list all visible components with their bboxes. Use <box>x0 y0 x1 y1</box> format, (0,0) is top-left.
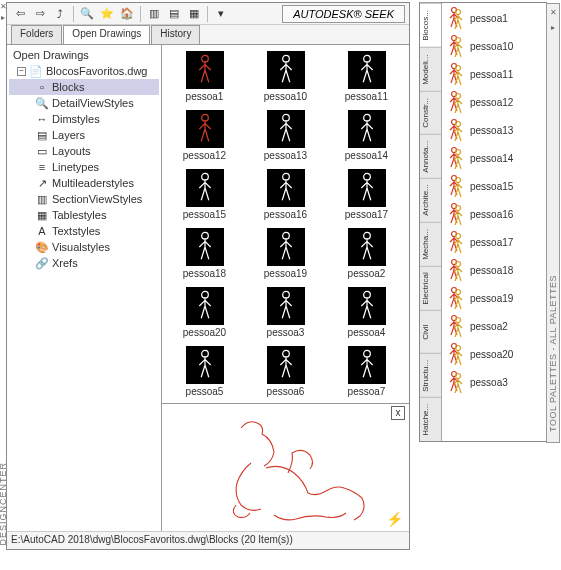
tp-item-pessoa15[interactable]: pessoa15 <box>443 172 545 200</box>
tree-node-multileaderstyles[interactable]: ↗Multileaderstyles <box>9 175 159 191</box>
svg-point-14 <box>363 291 370 298</box>
designcenter-panel: ⇦ ⇨ ⤴ 🔍 ⭐ 🏠 ▥ ▤ ▦ ▾ AUTODESK® SEEK Folde… <box>6 2 410 550</box>
tree-root[interactable]: Open Drawings <box>9 47 159 63</box>
tp-item-pessoa10[interactable]: pessoa10 <box>443 32 545 60</box>
close-icon[interactable]: ✕ <box>550 8 557 17</box>
tree-file-node[interactable]: − 📄 BlocosFavoritos.dwg <box>9 63 159 79</box>
tp-item-pessoa3[interactable]: pessoa3 <box>443 368 545 396</box>
svg-point-9 <box>201 232 208 239</box>
pin-icon[interactable]: ▸ <box>1 13 5 22</box>
svg-point-13 <box>282 291 289 298</box>
tp-item-pessoa17[interactable]: pessoa17 <box>443 228 545 256</box>
block-label: pessoa14 <box>345 150 388 161</box>
tp-thumb <box>446 174 466 198</box>
tp-item-pessoa2[interactable]: pessoa2 <box>443 312 545 340</box>
block-item-pessoa16[interactable]: pessoa16 <box>247 169 324 220</box>
tp-tab-7[interactable]: Civil <box>420 310 441 354</box>
views-icon[interactable]: ▾ <box>212 5 230 23</box>
autodesk-seek-button[interactable]: AUTODESK® SEEK <box>282 5 405 23</box>
preview-figure <box>196 413 376 523</box>
favorites-icon[interactable]: ⭐ <box>98 5 116 23</box>
tab-folders[interactable]: Folders <box>11 25 62 44</box>
tree-node-detailviewstyles[interactable]: 🔍DetailViewStyles <box>9 95 159 111</box>
tree-node-tablestyles[interactable]: ▦Tablestyles <box>9 207 159 223</box>
dc-tabs: Folders Open Drawings History <box>7 25 409 44</box>
tree-node-layouts[interactable]: ▭Layouts <box>9 143 159 159</box>
node-icon: ▥ <box>35 193 49 206</box>
tree-node-textstyles[interactable]: ATextstyles <box>9 223 159 239</box>
menu-icon[interactable]: ▸ <box>551 23 555 32</box>
tp-tab-5[interactable]: Mecha... <box>420 222 441 266</box>
tp-item-pessoa19[interactable]: pessoa19 <box>443 284 545 312</box>
block-thumb <box>186 110 224 148</box>
tp-tab-1[interactable]: Modeli... <box>420 47 441 91</box>
tp-label: pessoa13 <box>470 125 513 136</box>
block-item-pessoa5[interactable]: pessoa5 <box>166 346 243 397</box>
svg-point-12 <box>201 291 208 298</box>
block-item-pessoa3[interactable]: pessoa3 <box>247 287 324 338</box>
preview-close-button[interactable]: x <box>391 406 405 420</box>
tp-item-pessoa13[interactable]: pessoa13 <box>443 116 545 144</box>
block-item-pessoa1[interactable]: pessoa1 <box>166 51 243 102</box>
block-item-pessoa20[interactable]: pessoa20 <box>166 287 243 338</box>
block-item-pessoa7[interactable]: pessoa7 <box>328 346 405 397</box>
block-item-pessoa11[interactable]: pessoa11 <box>328 51 405 102</box>
collapse-icon[interactable]: − <box>17 67 26 76</box>
tp-tab-4[interactable]: Archite... <box>420 178 441 222</box>
block-item-pessoa14[interactable]: pessoa14 <box>328 110 405 161</box>
block-thumb <box>267 169 305 207</box>
svg-point-11 <box>363 232 370 239</box>
tp-tab-0[interactable]: Blocos... <box>420 3 441 47</box>
tp-tab-2[interactable]: Constr... <box>420 91 441 135</box>
tp-item-pessoa14[interactable]: pessoa14 <box>443 144 545 172</box>
tp-item-pessoa1[interactable]: pessoa1 <box>443 4 545 32</box>
block-item-pessoa18[interactable]: pessoa18 <box>166 228 243 279</box>
svg-point-6 <box>201 173 208 180</box>
preview-toggle-icon[interactable]: ▤ <box>165 5 183 23</box>
tp-item-pessoa12[interactable]: pessoa12 <box>443 88 545 116</box>
search-icon[interactable]: 🔍 <box>78 5 96 23</box>
tab-open-drawings[interactable]: Open Drawings <box>63 25 150 44</box>
tree-node-blocks[interactable]: ▫Blocks <box>9 79 159 95</box>
block-item-pessoa10[interactable]: pessoa10 <box>247 51 324 102</box>
tree-node-linetypes[interactable]: ≡Linetypes <box>9 159 159 175</box>
tp-item-pessoa11[interactable]: pessoa11 <box>443 60 545 88</box>
block-label: pessoa17 <box>345 209 388 220</box>
up-button[interactable]: ⤴ <box>51 5 69 23</box>
block-item-pessoa19[interactable]: pessoa19 <box>247 228 324 279</box>
tp-item-pessoa20[interactable]: pessoa20 <box>443 340 545 368</box>
block-item-pessoa17[interactable]: pessoa17 <box>328 169 405 220</box>
tp-thumb <box>446 230 466 254</box>
tree-node-visualstyles[interactable]: 🎨Visualstyles <box>9 239 159 255</box>
tp-item-pessoa16[interactable]: pessoa16 <box>443 200 545 228</box>
block-item-pessoa13[interactable]: pessoa13 <box>247 110 324 161</box>
node-icon: ▤ <box>35 129 49 142</box>
block-item-pessoa12[interactable]: pessoa12 <box>166 110 243 161</box>
tp-tab-6[interactable]: Electrical <box>420 266 441 310</box>
block-item-pessoa2[interactable]: pessoa2 <box>328 228 405 279</box>
block-item-pessoa15[interactable]: pessoa15 <box>166 169 243 220</box>
forward-button[interactable]: ⇨ <box>31 5 49 23</box>
load-icon[interactable]: ⚡ <box>386 511 403 527</box>
home-icon[interactable]: 🏠 <box>118 5 136 23</box>
node-icon: 🔍 <box>35 97 49 110</box>
tp-tab-3[interactable]: Annota... <box>420 134 441 178</box>
svg-point-3 <box>201 114 208 121</box>
back-button[interactable]: ⇦ <box>11 5 29 23</box>
tree-node-sectionviewstyles[interactable]: ▥SectionViewStyles <box>9 191 159 207</box>
description-toggle-icon[interactable]: ▦ <box>185 5 203 23</box>
tree-node-dimstyles[interactable]: ↔Dimstyles <box>9 111 159 127</box>
tp-thumb <box>446 62 466 86</box>
tp-tab-9[interactable]: Hatche... <box>420 397 441 441</box>
tab-history[interactable]: History <box>151 25 200 44</box>
tree-node-xrefs[interactable]: 🔗Xrefs <box>9 255 159 271</box>
block-item-pessoa4[interactable]: pessoa4 <box>328 287 405 338</box>
tree-toggle-icon[interactable]: ▥ <box>145 5 163 23</box>
tp-tab-8[interactable]: Structu... <box>420 353 441 397</box>
block-thumb <box>348 110 386 148</box>
tp-tabs: Blocos...Modeli...Constr...Annota...Arch… <box>420 3 442 441</box>
tree-node-layers[interactable]: ▤Layers <box>9 127 159 143</box>
block-item-pessoa6[interactable]: pessoa6 <box>247 346 324 397</box>
tp-item-pessoa18[interactable]: pessoa18 <box>443 256 545 284</box>
tp-label: pessoa10 <box>470 41 513 52</box>
